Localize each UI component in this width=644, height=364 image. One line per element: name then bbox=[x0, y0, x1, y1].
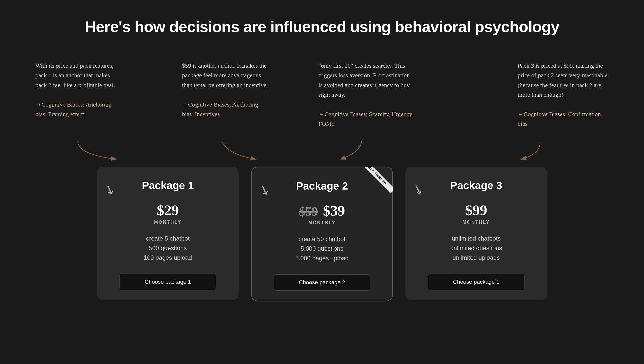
package-1-price-section: $29 MONTHLY bbox=[154, 202, 181, 225]
package-3-price-section: $99 MONTHLY bbox=[463, 202, 490, 225]
package-2-features: create 50 chatbot 5.000 questions 5.000 … bbox=[295, 236, 349, 264]
arrow-indicator-1: ↘ bbox=[102, 181, 117, 198]
package-card-2: ONLY FIRST 20 ↘ Package 2 $59 $39 MONTHL… bbox=[251, 167, 393, 301]
annotation-4-text: Pack 3 is priced at $99, making the pric… bbox=[518, 61, 609, 100]
page-container: Here's how decisions are influenced usin… bbox=[0, 0, 644, 364]
feature-item: unlimited uploads bbox=[450, 254, 502, 261]
feature-item: create 50 chatbot bbox=[295, 236, 349, 243]
annotation-4: Pack 3 is priced at $99, making the pric… bbox=[518, 61, 609, 129]
feature-item: unlimited chatbots bbox=[450, 235, 502, 242]
badge-text: ONLY FIRST 20 bbox=[365, 167, 393, 193]
annotation-2: $59 is another anchor. It makes the pack… bbox=[182, 61, 268, 119]
annotation-1: With its price and pack features, pack 1… bbox=[35, 61, 116, 119]
arrow-indicator-2: ↘ bbox=[257, 181, 272, 199]
annotations-container: With its price and pack features, pack 1… bbox=[15, 56, 629, 162]
annotation-2-text: $59 is another anchor. It makes the pack… bbox=[182, 61, 268, 90]
package-3-period: MONTHLY bbox=[463, 220, 490, 225]
annotation-3-bias: →Cognitive Biases; Scarcity, Urgency, FO… bbox=[318, 109, 415, 129]
package-1-period: MONTHLY bbox=[154, 220, 181, 225]
package-2-period: MONTHLY bbox=[299, 220, 345, 225]
choose-package-3-button[interactable]: Choose package 1 bbox=[428, 274, 525, 290]
choose-package-2-button[interactable]: Choose package 2 bbox=[274, 274, 370, 291]
annotation-3-text: "only first 20" creates scarcity. This t… bbox=[318, 61, 415, 100]
package-card-1: ↘ Package 1 $29 MONTHLY create 5 chatbot… bbox=[97, 167, 239, 300]
choose-package-1-button[interactable]: Choose package 1 bbox=[119, 274, 216, 290]
package-2-original-price: $59 bbox=[299, 204, 318, 219]
annotation-1-text: With its price and pack features, pack 1… bbox=[35, 61, 116, 90]
feature-item: 100 pages upload bbox=[144, 254, 192, 261]
feature-item: 500 questions bbox=[144, 245, 192, 252]
arrow-indicator-3: ↘ bbox=[411, 181, 426, 198]
package-2-price-section: $59 $39 MONTHLY bbox=[299, 202, 345, 225]
package-1-title: Package 1 bbox=[142, 179, 194, 192]
corner-badge: ONLY FIRST 20 bbox=[365, 167, 393, 195]
package-2-title: Package 2 bbox=[296, 180, 348, 192]
package-card-3: ↘ Package 3 $99 MONTHLY unlimited chatbo… bbox=[405, 167, 547, 300]
feature-item: unlimited questions bbox=[450, 245, 502, 252]
feature-item: 5.000 questions bbox=[295, 245, 349, 252]
feature-item: 5.000 pages upload bbox=[295, 255, 349, 262]
package-3-price: $99 bbox=[463, 202, 490, 219]
package-2-discounted-price: $39 bbox=[323, 202, 345, 219]
annotation-3: "only first 20" creates scarcity. This t… bbox=[318, 61, 415, 129]
content-wrapper: With its price and pack features, pack 1… bbox=[15, 56, 629, 301]
package-1-price: $29 bbox=[154, 202, 181, 219]
page-title: Here's how decisions are influenced usin… bbox=[15, 10, 629, 36]
feature-item: create 5 chatbot bbox=[144, 235, 192, 242]
package-3-title: Package 3 bbox=[450, 179, 502, 192]
packages-row: ↘ Package 1 $29 MONTHLY create 5 chatbot… bbox=[15, 167, 629, 301]
annotation-2-bias: →Cognitive Biases; Anchoring bias, Incen… bbox=[182, 100, 268, 119]
package-3-features: unlimited chatbots unlimited questions u… bbox=[450, 235, 502, 264]
annotation-1-bias: →Cognitive Biases; Anchoring bias, Frami… bbox=[35, 100, 116, 119]
annotation-4-bias: →Cognitive Biases; Confirmation bias bbox=[518, 109, 609, 129]
package-1-features: create 5 chatbot 500 questions 100 pages… bbox=[144, 235, 192, 264]
